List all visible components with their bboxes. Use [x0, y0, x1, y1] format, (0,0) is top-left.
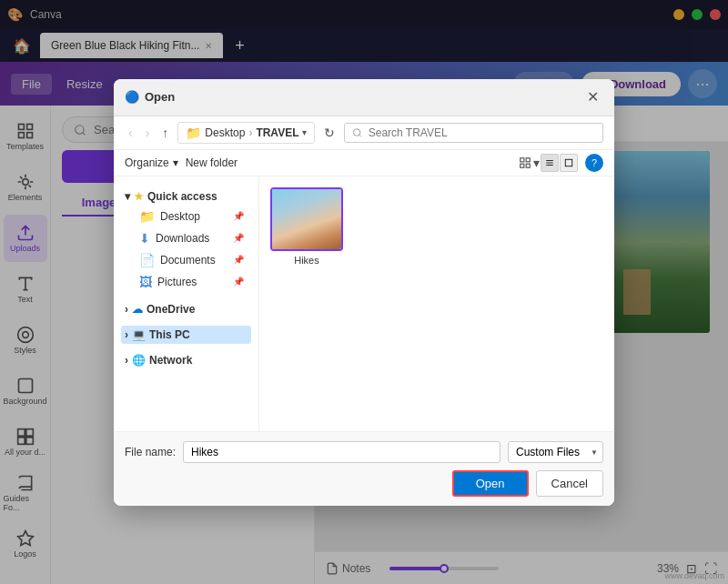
view-details-button[interactable] — [541, 154, 559, 172]
folder-tree: ▾ ★ Quick access 📁 Desktop 📌 ⬇ Downloads… — [114, 176, 259, 431]
breadcrumb[interactable]: 📁 Desktop › TRAVEL ▾ — [177, 122, 315, 144]
file-name-field-label: File name: — [125, 446, 176, 458]
pictures-folder-icon: 🖼 — [139, 275, 152, 289]
breadcrumb-desktop: Desktop — [205, 126, 245, 139]
onedrive-chevron: › — [125, 303, 128, 316]
pictures-pin-icon: 📌 — [233, 277, 244, 287]
svg-rect-15 — [521, 157, 524, 161]
file-name-row: File name: Custom Files All Files — [125, 441, 603, 463]
onedrive-section: › ☁ OneDrive — [114, 297, 258, 322]
quick-access-section: ▾ ★ Quick access 📁 Desktop 📌 ⬇ Downloads… — [114, 184, 258, 297]
tree-item-downloads[interactable]: ⬇ Downloads 📌 — [121, 227, 251, 249]
dialog-footer: File name: Custom Files All Files Open C… — [114, 431, 614, 506]
this-pc-icon: 💻 — [132, 328, 146, 341]
network-icon: 🌐 — [132, 354, 146, 367]
dialog-toolbar: Organize ▾ New folder ▾ ? — [114, 150, 614, 176]
files-area: Hikes — [259, 176, 614, 431]
onedrive-icon: ☁ — [132, 303, 143, 316]
tree-item-documents-label: Documents — [160, 254, 216, 267]
documents-folder-icon: 📄 — [139, 253, 155, 267]
nav-search-bar[interactable] — [344, 123, 603, 143]
network-label: Network — [149, 354, 192, 367]
documents-pin-icon: 📌 — [233, 255, 244, 265]
breadcrumb-folder-icon: 📁 — [186, 126, 201, 140]
tree-item-desktop-label: Desktop — [160, 210, 200, 223]
breadcrumb-separator: › — [248, 126, 252, 139]
quick-access-label: Quick access — [147, 190, 217, 203]
dialog-body: ▾ ★ Quick access 📁 Desktop 📌 ⬇ Downloads… — [114, 176, 614, 431]
view-options: ▾ — [519, 154, 578, 172]
dialog-icon: 🔵 — [125, 90, 139, 104]
nav-forward-button[interactable]: › — [142, 124, 154, 142]
open-dialog: 🔵 Open ✕ ‹ › ↑ 📁 Desktop › TRAVEL ▾ ↻ — [114, 79, 614, 506]
tree-item-desktop[interactable]: 📁 Desktop 📌 — [121, 206, 251, 227]
tree-item-pictures-label: Pictures — [157, 276, 197, 288]
dialog-overlay: 🔵 Open ✕ ‹ › ↑ 📁 Desktop › TRAVEL ▾ ↻ — [0, 0, 728, 584]
svg-rect-18 — [526, 164, 530, 167]
downloads-pin-icon: 📌 — [233, 233, 244, 243]
watermark: www.devaq.com — [664, 571, 724, 580]
dialog-nav-bar: ‹ › ↑ 📁 Desktop › TRAVEL ▾ ↻ — [114, 116, 614, 150]
organize-button[interactable]: Organize ▾ — [125, 156, 178, 169]
dialog-title-bar: 🔵 Open ✕ — [114, 79, 614, 116]
quick-access-header[interactable]: ▾ ★ Quick access — [121, 187, 251, 206]
quick-access-star: ★ — [134, 190, 144, 203]
dialog-title: 🔵 Open — [125, 90, 175, 104]
breadcrumb-current: TRAVEL — [256, 126, 298, 139]
dialog-actions: Open Cancel — [125, 470, 603, 497]
tree-item-documents[interactable]: 📄 Documents 📌 — [121, 249, 251, 271]
network-chevron: › — [125, 354, 128, 367]
svg-rect-17 — [521, 164, 524, 167]
nav-search-icon — [352, 127, 362, 138]
file-thumb-image — [272, 189, 341, 249]
open-button[interactable]: Open — [452, 470, 529, 497]
nav-up-button[interactable]: ↑ — [158, 124, 172, 142]
file-thumbnail — [270, 187, 343, 251]
tree-item-pictures[interactable]: 🖼 Pictures 📌 — [121, 271, 251, 293]
quick-access-chevron: ▾ — [125, 190, 130, 203]
file-item-hikes[interactable]: Hikes — [270, 187, 343, 266]
view-large-icons-button[interactable]: ▾ — [519, 154, 540, 172]
svg-point-14 — [354, 128, 360, 135]
new-folder-button[interactable]: New folder — [186, 156, 238, 169]
tree-item-downloads-label: Downloads — [156, 232, 209, 245]
dialog-close-button[interactable]: ✕ — [581, 86, 603, 108]
network-section: › 🌐 Network — [114, 347, 258, 373]
nav-refresh-button[interactable]: ↻ — [320, 124, 339, 142]
nav-search-input[interactable] — [369, 126, 595, 139]
network-header[interactable]: › 🌐 Network — [121, 351, 251, 369]
file-type-select[interactable]: Custom Files All Files — [508, 441, 603, 463]
this-pc-section: › 💻 This PC — [114, 322, 258, 347]
view-preview-button[interactable] — [560, 154, 578, 172]
onedrive-header[interactable]: › ☁ OneDrive — [121, 300, 251, 318]
downloads-folder-icon: ⬇ — [139, 231, 150, 246]
nav-back-button[interactable]: ‹ — [125, 124, 136, 142]
breadcrumb-dropdown-button[interactable]: ▾ — [302, 127, 307, 137]
svg-rect-22 — [565, 159, 572, 166]
organize-chevron: ▾ — [173, 156, 178, 169]
desktop-pin-icon: 📌 — [233, 211, 244, 221]
help-button[interactable]: ? — [585, 154, 603, 172]
this-pc-chevron: › — [125, 328, 128, 341]
onedrive-label: OneDrive — [147, 303, 195, 316]
view-dropdown-chevron: ▾ — [533, 156, 540, 170]
file-type-wrapper: Custom Files All Files — [508, 441, 603, 463]
file-name-input[interactable] — [183, 441, 500, 463]
svg-rect-16 — [526, 157, 530, 161]
cancel-button[interactable]: Cancel — [536, 470, 603, 497]
desktop-folder-icon: 📁 — [139, 209, 155, 224]
this-pc-label: This PC — [149, 328, 190, 341]
this-pc-header[interactable]: › 💻 This PC — [121, 326, 251, 344]
file-name-label: Hikes — [294, 255, 319, 266]
